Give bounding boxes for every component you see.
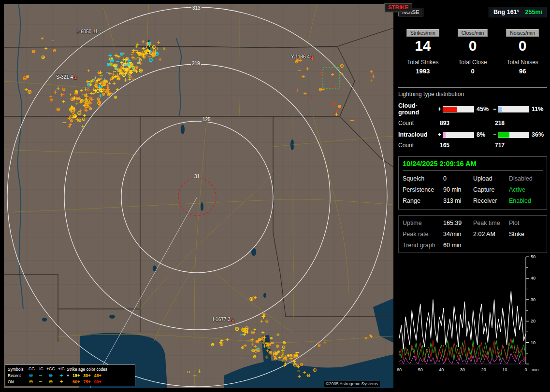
status-box: 10/24/2025 2:09:16 AM Squelch0UploadDisa…	[398, 156, 547, 210]
bearing-range-value: 255mi	[525, 9, 542, 15]
rate-column: Strikes/min14Total Strikes1993	[398, 29, 448, 75]
count-label: Count	[398, 142, 438, 149]
range-ring-label: 313	[191, 5, 202, 11]
total-label: Total Close	[458, 59, 487, 66]
rate-value: 0	[469, 38, 477, 54]
minus-sign: −	[493, 131, 498, 138]
perf-cell: 2:02 AM	[473, 231, 509, 238]
performance-box: Uptime165:39Peak timePlotPeak rate34/min…	[398, 215, 547, 253]
legend-header-row: Symbols-CG-IC+CG+ICStrike age color code…	[8, 366, 132, 372]
legend-row-label: Old	[8, 379, 26, 384]
distribution-row: Intracloud+8%−36%Count165717	[397, 131, 548, 149]
negative-count: 218	[495, 120, 532, 126]
legend-symbol-icon: ⊖	[26, 373, 36, 378]
positive-percent: 8%	[477, 131, 493, 138]
distribution-type-label: Cloud-ground	[398, 102, 438, 116]
positive-bar	[443, 106, 474, 112]
legend-symbol-icon: +	[56, 373, 67, 378]
rate-header-chip[interactable]: Strikes/min	[406, 29, 439, 37]
age-code: 15+	[72, 373, 80, 378]
x-axis-label: 0	[524, 367, 527, 372]
x-axis-label: 50	[418, 367, 423, 372]
legend-col-header: -IC	[36, 367, 45, 371]
bearing-readout: Bng 161° 255mi	[489, 7, 547, 17]
status-cell: Capture	[473, 186, 509, 193]
negative-percent: 11%	[532, 106, 548, 112]
rate-header-chip[interactable]: Close/min	[458, 29, 488, 37]
status-grid: Squelch0UploadDisabledPersistence90 minC…	[403, 175, 543, 204]
negative-bar	[498, 106, 529, 112]
status-cell: Enabled	[509, 197, 543, 204]
count-label: Count	[398, 120, 438, 126]
x-axis-unit-label: min	[532, 367, 539, 372]
status-cell: Upload	[473, 175, 509, 182]
status-cell: Squelch	[403, 175, 443, 182]
minus-sign: −	[493, 106, 498, 112]
station-marker-icon: ▲	[232, 318, 234, 322]
total-label: Total Noises	[507, 59, 538, 66]
legend-row: Recent⊖−⊕++15+30+45+	[8, 372, 132, 378]
copyright-notice: ©2005 Astrogenic Systems	[324, 381, 380, 387]
negative-count: 717	[495, 142, 532, 149]
rate-column: Noises/min0Total Noises96	[498, 29, 547, 75]
perf-cell: Peak rate	[403, 231, 443, 238]
legend-age-codes: 60+75+90+	[67, 379, 132, 384]
perf-cell: Uptime	[403, 220, 443, 226]
datetime-display: 10/24/2025 2:09:16 AM	[403, 160, 543, 171]
positive-count: 165	[440, 142, 477, 149]
station-marker-icon: ^	[99, 30, 102, 34]
age-code: 45+	[94, 373, 101, 378]
station-label: L-6050 11^	[76, 29, 102, 34]
distribution-section: Cloud-ground+45%−11%Count893218Intraclou…	[397, 102, 548, 149]
legend-symbol-icon: −	[36, 379, 45, 384]
distribution-type-label: Intracloud	[398, 131, 438, 138]
station-id: S-321 4	[56, 74, 73, 80]
negative-bar	[498, 132, 529, 138]
perf-cell: 165:39	[443, 220, 473, 226]
rate-column: Close/min0Total Close0	[448, 29, 497, 75]
station-label: S-321 4▲	[56, 74, 77, 80]
x-axis-label: 40	[439, 367, 444, 372]
y-axis-label: 50	[531, 255, 536, 259]
legend-age-title: Strike age color codes	[67, 367, 132, 372]
range-ring-label: 219	[191, 61, 201, 66]
age-code: 75+	[83, 379, 90, 384]
status-cell: 313 mi	[443, 197, 473, 204]
perf-cell: 34/min	[443, 231, 473, 238]
x-axis-label: 60	[397, 367, 402, 372]
status-cell: Range	[403, 197, 443, 204]
legend-symbols-label: Symbols	[8, 367, 26, 372]
trend-graph: 10203040506050403020100min	[397, 255, 548, 378]
status-cell: 0	[443, 175, 473, 182]
rate-header-chip[interactable]: Noises/min	[506, 29, 539, 37]
y-axis-label: 40	[531, 276, 536, 280]
x-axis-label: 10	[502, 367, 507, 372]
positive-bar	[443, 132, 474, 138]
x-axis-label: 20	[481, 367, 486, 372]
distribution-title: Lightning type distribution	[398, 91, 548, 98]
legend-age-codes: +15+30+45+	[67, 373, 132, 378]
y-axis-label: 30	[531, 297, 536, 302]
plus-sign: +	[438, 106, 443, 112]
station-marker-icon: ▲	[311, 55, 314, 59]
status-cell: Active	[509, 186, 543, 193]
trend-chart-canvas: 10203040506050403020100min	[397, 255, 546, 377]
station-id: L-6050 11	[76, 29, 98, 34]
trend-series-total-strikes	[399, 291, 526, 349]
lightning-map[interactable]: +++++++++−⊖−+⊕++−+⊕+−⊕⊕++⊕−++⊕⊖++++++⊕+−…	[4, 4, 393, 388]
distribution-row: Cloud-ground+45%−11%Count893218	[397, 102, 548, 126]
y-axis-label: 20	[531, 319, 536, 323]
legend-col-header: +IC	[56, 367, 67, 371]
perf-cell: Plot	[509, 220, 543, 226]
bearing-value: Bng 161°	[493, 9, 520, 15]
perf-cell: 60 min	[443, 242, 473, 249]
station-label: Y-1186 4▲	[291, 54, 314, 59]
station-marker-icon: ▲	[74, 75, 77, 80]
age-code: 60+	[72, 379, 80, 384]
performance-grid: Uptime165:39Peak timePlotPeak rate34/min…	[403, 220, 543, 249]
positive-percent: 45%	[477, 106, 493, 112]
status-cell: Receiver	[473, 197, 509, 204]
age-code: 90+	[94, 379, 101, 384]
status-cell: 90 min	[443, 186, 473, 193]
age-code: 30+	[83, 373, 90, 378]
